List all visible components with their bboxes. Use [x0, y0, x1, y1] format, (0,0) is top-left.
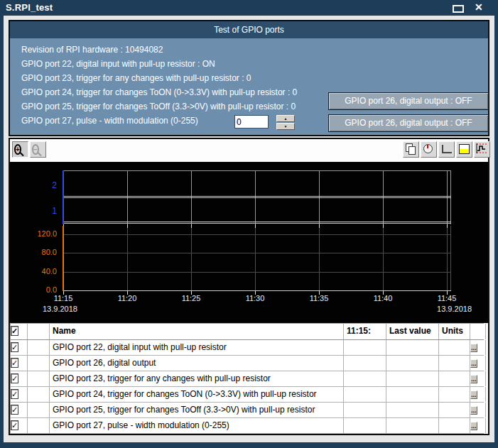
series-name: GPIO port 24, trigger for changes ToON (…	[50, 387, 344, 402]
color-column-header	[28, 324, 50, 339]
tick-mark	[319, 224, 320, 228]
y-tick-label: 2	[30, 180, 57, 190]
gridline	[447, 226, 448, 290]
gridline	[63, 253, 451, 253]
trend-chart[interactable]: 2 1 120.0 80.0 40.0 0.0 11:15 11:20 11:2…	[10, 162, 488, 323]
legend-row-gpio25: ✓ GPIO port 25, trigger for changes ToOf…	[11, 403, 484, 418]
x-axis-line	[63, 290, 451, 291]
y-tick-label: 40.0	[24, 267, 57, 275]
last-value-column-header: Last value	[386, 324, 439, 339]
background-color-icon	[459, 144, 470, 154]
gridline	[319, 226, 320, 290]
gridline	[255, 226, 256, 290]
row-checkbox[interactable]: ✓	[11, 405, 18, 415]
app-window: { "window": { "title": "S.RPI_test" }, "…	[0, 0, 498, 448]
stepper-down-icon[interactable]: ▼	[276, 123, 295, 130]
row-checkbox[interactable]: ✓	[11, 389, 18, 399]
last-value	[386, 340, 439, 355]
tick-mark	[255, 224, 256, 228]
axes-button[interactable]	[438, 141, 455, 158]
gridline	[383, 226, 384, 290]
gridline	[450, 226, 451, 290]
row-options-button[interactable]: ...	[470, 406, 477, 415]
last-value	[386, 387, 439, 402]
row-checkbox[interactable]: ✓	[11, 342, 18, 352]
series-name: GPIO port 27, pulse - width modulation (…	[50, 418, 344, 433]
info-line-revision: Revision of RPI hardware : 10494082	[21, 45, 163, 56]
zoom-in-button[interactable]: +	[12, 141, 28, 158]
series-name: GPIO port 22, digital input with pull-up…	[50, 340, 344, 355]
legend-header-row: ✓ Name 11:15: Last value Units	[11, 324, 484, 340]
cursor-time-value	[344, 418, 386, 433]
tick-mark	[383, 224, 384, 228]
row-options-button[interactable]: ...	[470, 344, 477, 352]
gpio26-output-button-2[interactable]: GPIO port 26, digital output : OFF	[328, 114, 489, 132]
pwm-stepper: ▲ ▼	[276, 115, 295, 129]
copy-button[interactable]	[403, 141, 419, 158]
x-tick-label: 11:35	[303, 294, 335, 302]
pwm-value-input[interactable]	[234, 115, 269, 129]
tick-mark	[191, 224, 192, 228]
gridline	[63, 234, 451, 235]
series-name: GPIO port 25, trigger for changes ToOff …	[50, 403, 344, 417]
last-value	[386, 403, 439, 417]
series-name: GPIO port 26, digital output	[50, 356, 344, 371]
last-value	[386, 418, 439, 433]
gridline	[63, 272, 451, 273]
x-tick-label: 11:30	[239, 294, 271, 302]
trend-settings-button[interactable]	[474, 141, 490, 158]
last-value	[386, 371, 439, 386]
stepper-up-icon[interactable]: ▲	[276, 115, 295, 122]
start-date-label: 13.9.2018	[43, 305, 77, 313]
legend-row-gpio26: ✓ GPIO port 26, digital output ...	[11, 356, 484, 371]
time-range-button[interactable]	[421, 141, 437, 158]
row-options-button[interactable]: ...	[470, 390, 477, 399]
gpio-panel: Test of GPIO ports Revision of RPI hardw…	[9, 20, 489, 136]
zoom-out-button[interactable]: −	[30, 141, 46, 158]
info-line-port25: GPIO port 25, trigger for changes ToOff …	[21, 102, 296, 113]
row-checkbox[interactable]: ✓	[11, 358, 18, 368]
digital-y-axis	[63, 170, 64, 224]
trend-icon	[475, 142, 488, 155]
gpio-info-area: Revision of RPI hardware : 10494082 GPIO…	[10, 38, 488, 135]
gridline	[127, 226, 128, 290]
row-checkbox[interactable]: ✓	[11, 373, 18, 383]
series-name: GPIO port 23, trigger for any changes wi…	[50, 371, 344, 386]
info-line-port24: GPIO port 24, trigger for changes ToON (…	[21, 87, 297, 99]
digital-band-separator	[63, 222, 451, 224]
info-line-port22: GPIO port 22, digital input with pull-up…	[21, 59, 215, 70]
tick-mark	[127, 224, 128, 228]
trend-panel: + −	[9, 138, 489, 435]
close-icon[interactable]: ✕	[475, 1, 483, 13]
info-line-port27-pwm: GPIO port 27, pulse - width modulation (…	[21, 116, 198, 127]
info-line-port23: GPIO port 23, trigger for any changes wi…	[21, 73, 251, 84]
row-options-button[interactable]: ...	[470, 422, 477, 430]
y-tick-label: 1	[30, 206, 57, 216]
maximize-icon[interactable]	[453, 5, 464, 13]
axes-icon	[442, 145, 452, 153]
row-checkbox[interactable]: ✓	[11, 420, 18, 430]
background-color-button[interactable]	[456, 141, 472, 158]
units-value	[439, 418, 470, 433]
cursor-time-value	[344, 371, 386, 386]
x-tick-label: 11:25	[175, 294, 207, 302]
name-column-header: Name	[50, 324, 344, 339]
units-value	[439, 356, 470, 371]
x-tick-label: 11:20	[112, 294, 143, 302]
units-value	[439, 371, 470, 386]
legend-row-gpio22: ✓ GPIO port 22, digital input with pull-…	[11, 340, 484, 356]
panel-title: Test of GPIO ports	[10, 21, 488, 38]
legend-row-gpio27: ✓ GPIO port 27, pulse - width modulation…	[11, 418, 484, 434]
analog-y-axis	[63, 226, 64, 291]
gpio26-output-button-1[interactable]: GPIO port 26, digital output : OFF	[328, 92, 489, 110]
zoom-in-icon: +	[14, 144, 21, 155]
units-column-header: Units	[439, 324, 470, 339]
y-tick-label: 80.0	[24, 248, 57, 256]
select-all-checkbox[interactable]: ✓	[11, 326, 18, 336]
end-date-label: 13.9.2018	[415, 305, 472, 313]
title-bar: S.RPI_test ✕	[0, 0, 498, 16]
row-options-button[interactable]: ...	[470, 359, 477, 368]
window-title: S.RPI_test	[6, 2, 53, 13]
legend-table: ✓ Name 11:15: Last value Units ✓ GPIO po…	[10, 323, 484, 434]
row-options-button[interactable]: ...	[470, 375, 477, 383]
